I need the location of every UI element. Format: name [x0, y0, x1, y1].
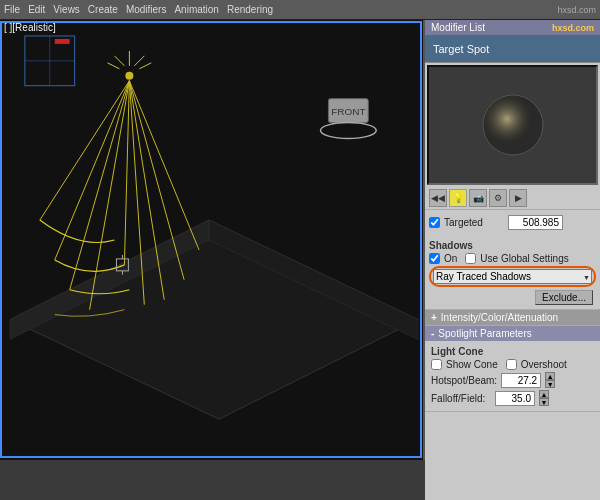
light-cone-title: Light Cone: [431, 346, 594, 357]
exclude-button[interactable]: Exclude...: [535, 290, 593, 305]
modifier-list-label: Modifier List: [431, 22, 485, 33]
hotspot-value[interactable]: [501, 373, 541, 388]
targeted-label: Targeted: [444, 217, 504, 228]
shadows-title: Shadows: [429, 240, 596, 251]
hotspot-up[interactable]: ▲: [545, 372, 555, 380]
modifier-header: Modifier List hxsd.com: [425, 20, 600, 35]
spotlight-content: Light Cone Show Cone Overshoot Hotspot/B…: [425, 341, 600, 411]
targeted-section: Targeted: [425, 210, 600, 235]
falloff-down[interactable]: ▼: [539, 398, 549, 406]
shadows-type-wrapper: Ray Traced Shadows Shadow Map Advanced R…: [433, 269, 592, 284]
svg-text:FRONT: FRONT: [331, 106, 365, 117]
falloff-label: Falloff/Field:: [431, 393, 491, 404]
shadows-type-select[interactable]: Ray Traced Shadows Shadow Map Advanced R…: [433, 269, 592, 284]
intensity-rollout: + Intensity/Color/Attenuation: [425, 310, 600, 326]
targeted-checkbox[interactable]: [429, 217, 440, 228]
intensity-expand-icon: +: [431, 312, 437, 323]
logo-text: hxsd.com: [557, 5, 596, 15]
hotspot-spinner[interactable]: ▲ ▼: [545, 372, 555, 388]
overshoot-label: Overshoot: [521, 359, 567, 370]
menu-bar: File Edit Views Create Modifiers Animati…: [0, 0, 600, 20]
panel-icon-toolbar: ◀◀ 💡 📷 ⚙ ▶: [425, 187, 600, 210]
shadows-on-label: On: [444, 253, 457, 264]
shadows-global-label: Use Global Settings: [480, 253, 568, 264]
menu-file[interactable]: File: [4, 4, 20, 15]
hotspot-label: Hotspot/Beam:: [431, 375, 497, 386]
spotlight-rollout: - Spotlight Parameters Light Cone Show C…: [425, 326, 600, 412]
svg-point-32: [483, 95, 543, 155]
falloff-spinner[interactable]: ▲ ▼: [539, 390, 549, 406]
hotspot-down[interactable]: ▼: [545, 380, 555, 388]
intensity-header[interactable]: + Intensity/Color/Attenuation: [425, 310, 600, 325]
right-panel: Modifier List hxsd.com Target Spot ◀◀: [425, 20, 600, 500]
svg-point-17: [125, 72, 133, 80]
exclude-section: Exclude...: [429, 289, 596, 306]
targeted-value[interactable]: [508, 215, 563, 230]
toolbar-icon-light[interactable]: 💡: [449, 189, 467, 207]
toolbar-icon-back[interactable]: ◀◀: [429, 189, 447, 207]
menu-create[interactable]: Create: [88, 4, 118, 15]
overshoot-checkbox[interactable]: [506, 359, 517, 370]
light-type-box: Target Spot: [425, 35, 600, 63]
shadows-dropdown-container: Ray Traced Shadows Shadow Map Advanced R…: [429, 266, 596, 287]
svg-rect-7: [55, 39, 70, 44]
falloff-row: Falloff/Field: ▲ ▼: [431, 390, 594, 406]
menu-animation[interactable]: Animation: [174, 4, 218, 15]
show-cone-label: Show Cone: [446, 359, 498, 370]
shadows-global-checkbox[interactable]: [465, 253, 476, 264]
spotlight-header[interactable]: - Spotlight Parameters: [425, 326, 600, 341]
light-type-label: Target Spot: [433, 43, 489, 55]
intensity-title: Intensity/Color/Attenuation: [441, 312, 558, 323]
toolbar-icon-hierarchy[interactable]: ⚙: [489, 189, 507, 207]
toolbar-icon-motion[interactable]: ▶: [509, 189, 527, 207]
spotlight-title: Spotlight Parameters: [438, 328, 531, 339]
modifier-logo: hxsd.com: [552, 23, 594, 33]
hotspot-row: Hotspot/Beam: ▲ ▼: [431, 372, 594, 388]
shadows-on-checkbox[interactable]: [429, 253, 440, 264]
viewport-3d[interactable]: [ ][Realistic]: [0, 20, 425, 460]
spotlight-collapse-icon: -: [431, 328, 434, 339]
menu-views[interactable]: Views: [53, 4, 80, 15]
shadows-rollout: Shadows On Use Global Settings Ray Trace…: [425, 235, 600, 310]
show-cone-checkbox[interactable]: [431, 359, 442, 370]
menu-modifiers[interactable]: Modifiers: [126, 4, 167, 15]
viewport-label: [ ][Realistic]: [4, 22, 56, 33]
menu-edit[interactable]: Edit: [28, 4, 45, 15]
falloff-value[interactable]: [495, 391, 535, 406]
menu-rendering[interactable]: Rendering: [227, 4, 273, 15]
toolbar-icon-camera[interactable]: 📷: [469, 189, 487, 207]
falloff-up[interactable]: ▲: [539, 390, 549, 398]
light-preview: [427, 65, 598, 185]
